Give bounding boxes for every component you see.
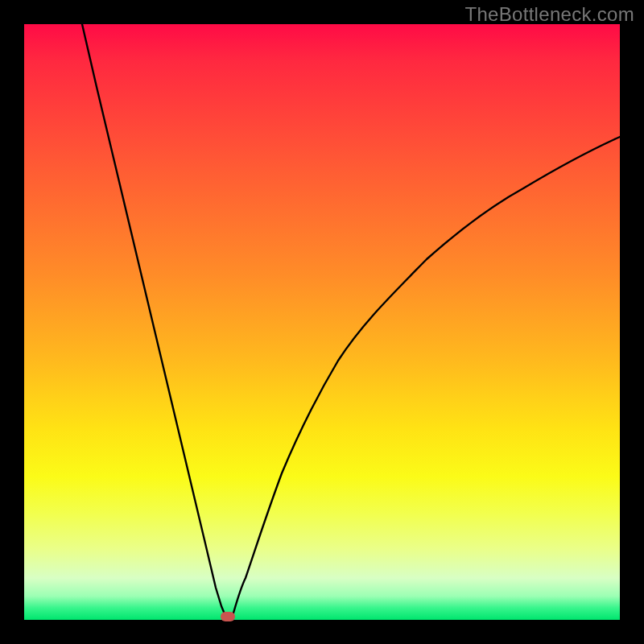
optimum-marker: [221, 612, 235, 621]
curve-right-branch: [232, 137, 620, 618]
chart-frame: TheBottleneck.com: [0, 0, 644, 644]
curve-left-branch: [82, 24, 228, 618]
bottleneck-curve: [24, 24, 620, 620]
watermark-text: TheBottleneck.com: [464, 3, 634, 26]
